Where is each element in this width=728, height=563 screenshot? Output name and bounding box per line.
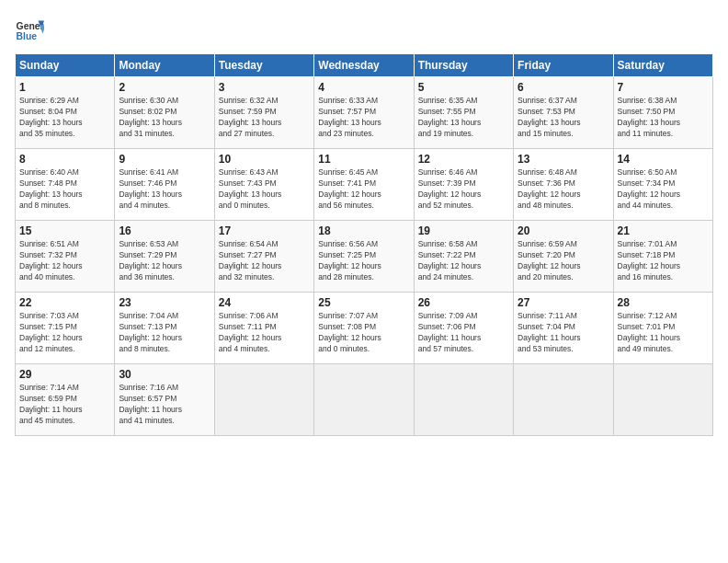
calendar-table: SundayMondayTuesdayWednesdayThursdayFrid… — [15, 53, 713, 436]
day-number: 9 — [119, 153, 210, 166]
day-number: 5 — [418, 81, 509, 94]
day-info: Sunrise: 6:59 AM Sunset: 7:20 PM Dayligh… — [518, 239, 609, 283]
day-number: 30 — [119, 368, 210, 381]
svg-text:Blue: Blue — [17, 31, 38, 41]
calendar-cell: 19Sunrise: 6:58 AM Sunset: 7:22 PM Dayli… — [414, 221, 513, 293]
calendar-cell — [514, 364, 613, 436]
day-number: 15 — [19, 224, 110, 237]
weekday-header: Sunday — [16, 54, 115, 77]
calendar-cell: 17Sunrise: 6:54 AM Sunset: 7:27 PM Dayli… — [214, 221, 313, 293]
calendar-cell: 22Sunrise: 7:03 AM Sunset: 7:15 PM Dayli… — [16, 293, 115, 364]
day-number: 3 — [219, 81, 310, 94]
weekday-header: Wednesday — [314, 54, 414, 77]
day-number: 2 — [119, 81, 210, 94]
day-info: Sunrise: 6:54 AM Sunset: 7:27 PM Dayligh… — [219, 239, 310, 283]
day-info: Sunrise: 6:33 AM Sunset: 7:57 PM Dayligh… — [318, 96, 409, 140]
day-info: Sunrise: 6:35 AM Sunset: 7:55 PM Dayligh… — [418, 96, 509, 140]
calendar-cell: 25Sunrise: 7:07 AM Sunset: 7:08 PM Dayli… — [314, 293, 414, 364]
weekday-header: Friday — [514, 54, 613, 77]
day-number: 26 — [418, 296, 509, 309]
day-number: 16 — [119, 224, 210, 237]
day-number: 20 — [518, 224, 609, 237]
calendar-cell — [613, 364, 712, 436]
calendar-cell: 20Sunrise: 6:59 AM Sunset: 7:20 PM Dayli… — [514, 221, 613, 293]
calendar-cell: 10Sunrise: 6:43 AM Sunset: 7:43 PM Dayli… — [214, 149, 313, 221]
day-number: 23 — [119, 296, 210, 309]
logo-icon: General Blue — [15, 15, 44, 44]
day-info: Sunrise: 6:51 AM Sunset: 7:32 PM Dayligh… — [19, 239, 110, 283]
calendar-cell: 4Sunrise: 6:33 AM Sunset: 7:57 PM Daylig… — [314, 77, 414, 149]
day-info: Sunrise: 6:29 AM Sunset: 8:04 PM Dayligh… — [19, 96, 110, 140]
day-number: 29 — [19, 368, 110, 381]
weekday-header: Tuesday — [214, 54, 313, 77]
day-number: 14 — [618, 153, 709, 166]
day-info: Sunrise: 6:58 AM Sunset: 7:22 PM Dayligh… — [418, 239, 509, 283]
day-info: Sunrise: 6:43 AM Sunset: 7:43 PM Dayligh… — [219, 167, 310, 212]
day-info: Sunrise: 6:32 AM Sunset: 7:59 PM Dayligh… — [219, 96, 310, 140]
day-info: Sunrise: 7:03 AM Sunset: 7:15 PM Dayligh… — [19, 311, 110, 355]
day-number: 4 — [318, 81, 409, 94]
calendar-cell: 2Sunrise: 6:30 AM Sunset: 8:02 PM Daylig… — [115, 77, 214, 149]
day-number: 7 — [618, 81, 709, 94]
calendar-cell: 1Sunrise: 6:29 AM Sunset: 8:04 PM Daylig… — [16, 77, 115, 149]
day-number: 19 — [418, 224, 509, 237]
day-info: Sunrise: 7:11 AM Sunset: 7:04 PM Dayligh… — [518, 311, 609, 355]
calendar-cell: 27Sunrise: 7:11 AM Sunset: 7:04 PM Dayli… — [514, 293, 613, 364]
day-number: 17 — [219, 224, 310, 237]
calendar-cell: 6Sunrise: 6:37 AM Sunset: 7:53 PM Daylig… — [514, 77, 613, 149]
day-number: 27 — [518, 296, 609, 309]
day-number: 25 — [318, 296, 409, 309]
day-number: 28 — [618, 296, 709, 309]
calendar-cell: 23Sunrise: 7:04 AM Sunset: 7:13 PM Dayli… — [115, 293, 214, 364]
day-info: Sunrise: 7:14 AM Sunset: 6:59 PM Dayligh… — [19, 383, 110, 427]
day-number: 10 — [219, 153, 310, 166]
day-info: Sunrise: 6:30 AM Sunset: 8:02 PM Dayligh… — [119, 96, 210, 140]
weekday-header: Thursday — [414, 54, 513, 77]
day-info: Sunrise: 6:56 AM Sunset: 7:25 PM Dayligh… — [318, 239, 409, 283]
day-number: 13 — [518, 153, 609, 166]
day-number: 8 — [19, 153, 110, 166]
day-info: Sunrise: 6:41 AM Sunset: 7:46 PM Dayligh… — [119, 167, 210, 212]
calendar-cell: 30Sunrise: 7:16 AM Sunset: 6:57 PM Dayli… — [115, 364, 214, 436]
day-info: Sunrise: 7:09 AM Sunset: 7:06 PM Dayligh… — [418, 311, 509, 355]
calendar-cell: 7Sunrise: 6:38 AM Sunset: 7:50 PM Daylig… — [613, 77, 712, 149]
day-info: Sunrise: 7:12 AM Sunset: 7:01 PM Dayligh… — [618, 311, 709, 355]
calendar-cell: 14Sunrise: 6:50 AM Sunset: 7:34 PM Dayli… — [613, 149, 712, 221]
logo: General Blue — [15, 15, 44, 44]
calendar-cell: 16Sunrise: 6:53 AM Sunset: 7:29 PM Dayli… — [115, 221, 214, 293]
calendar-cell: 3Sunrise: 6:32 AM Sunset: 7:59 PM Daylig… — [214, 77, 313, 149]
calendar-cell: 29Sunrise: 7:14 AM Sunset: 6:59 PM Dayli… — [16, 364, 115, 436]
calendar-cell — [414, 364, 513, 436]
calendar-cell — [214, 364, 313, 436]
day-number: 1 — [19, 81, 110, 94]
day-info: Sunrise: 6:38 AM Sunset: 7:50 PM Dayligh… — [618, 96, 709, 140]
day-info: Sunrise: 6:48 AM Sunset: 7:36 PM Dayligh… — [518, 167, 609, 212]
day-number: 11 — [318, 153, 409, 166]
day-number: 22 — [19, 296, 110, 309]
day-info: Sunrise: 7:16 AM Sunset: 6:57 PM Dayligh… — [119, 383, 210, 427]
calendar-cell: 9Sunrise: 6:41 AM Sunset: 7:46 PM Daylig… — [115, 149, 214, 221]
day-number: 18 — [318, 224, 409, 237]
calendar-cell: 28Sunrise: 7:12 AM Sunset: 7:01 PM Dayli… — [613, 293, 712, 364]
day-number: 21 — [618, 224, 709, 237]
calendar-cell: 11Sunrise: 6:45 AM Sunset: 7:41 PM Dayli… — [314, 149, 414, 221]
day-number: 24 — [219, 296, 310, 309]
calendar-cell: 15Sunrise: 6:51 AM Sunset: 7:32 PM Dayli… — [16, 221, 115, 293]
day-info: Sunrise: 7:04 AM Sunset: 7:13 PM Dayligh… — [119, 311, 210, 355]
day-info: Sunrise: 7:07 AM Sunset: 7:08 PM Dayligh… — [318, 311, 409, 355]
weekday-header: Saturday — [613, 54, 712, 77]
weekday-header: Monday — [115, 54, 214, 77]
day-info: Sunrise: 7:01 AM Sunset: 7:18 PM Dayligh… — [618, 239, 709, 283]
day-number: 6 — [518, 81, 609, 94]
day-info: Sunrise: 7:06 AM Sunset: 7:11 PM Dayligh… — [219, 311, 310, 355]
day-info: Sunrise: 6:53 AM Sunset: 7:29 PM Dayligh… — [119, 239, 210, 283]
page-header: General Blue — [15, 15, 713, 44]
day-info: Sunrise: 6:50 AM Sunset: 7:34 PM Dayligh… — [618, 167, 709, 212]
calendar-cell: 18Sunrise: 6:56 AM Sunset: 7:25 PM Dayli… — [314, 221, 414, 293]
day-info: Sunrise: 6:46 AM Sunset: 7:39 PM Dayligh… — [418, 167, 509, 212]
day-info: Sunrise: 6:37 AM Sunset: 7:53 PM Dayligh… — [518, 96, 609, 140]
calendar-cell: 13Sunrise: 6:48 AM Sunset: 7:36 PM Dayli… — [514, 149, 613, 221]
day-info: Sunrise: 6:45 AM Sunset: 7:41 PM Dayligh… — [318, 167, 409, 212]
day-number: 12 — [418, 153, 509, 166]
calendar-cell: 12Sunrise: 6:46 AM Sunset: 7:39 PM Dayli… — [414, 149, 513, 221]
